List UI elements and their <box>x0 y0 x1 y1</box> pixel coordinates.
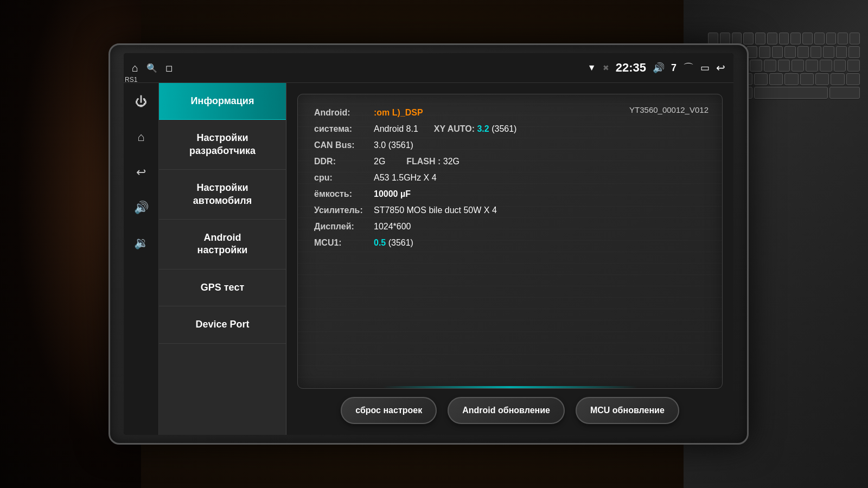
main-content: ⏻ ⌂ ↩ 🔊 🔉 Информация Настройкиразработчи… <box>124 83 733 435</box>
rs1-label: RS1 <box>125 76 137 84</box>
display-value: 1024*600 <box>374 222 411 232</box>
android-label: Android: <box>314 108 374 118</box>
ddr-row: DDR: 2G FLASH : 32G <box>314 157 706 166</box>
menu-panel: Информация Настройкиразработчика Настрой… <box>159 83 286 435</box>
tablet-screen: ⌂ 🔍 ◻ ▼ ✖ 22:35 🔊 7 ⌒ ▭ ↩ <box>124 53 733 435</box>
mcu1-value: 0.5 <box>374 238 386 248</box>
menu-item-car-settings[interactable]: Настройкиавтомобиля <box>159 170 286 220</box>
info-panel: YT3560_00012_V012 Android: :om L)_DSP си… <box>297 94 723 389</box>
display-label: Дисплей: <box>314 222 374 232</box>
canbus-value: 3.0 (3561) <box>374 140 413 150</box>
android-value: :om L)_DSP <box>374 108 423 118</box>
display-row: Дисплей: 1024*600 <box>314 222 706 232</box>
power-sidebar-icon[interactable]: ⏻ <box>130 91 152 113</box>
android-update-button[interactable]: Android обновление <box>448 397 565 424</box>
sidebar-icons: ⏻ ⌂ ↩ 🔊 🔉 <box>124 83 159 435</box>
home-sidebar-icon[interactable]: ⌂ <box>130 126 152 148</box>
scene: RS1 ⌂ 🔍 ◻ ▼ ✖ 22:35 🔊 7 ⌒ ▭ ↩ <box>0 0 868 488</box>
menu-item-info[interactable]: Информация <box>159 83 286 120</box>
wifi-icon: ▼ <box>588 63 596 73</box>
info-content: YT3560_00012_V012 Android: :om L)_DSP си… <box>286 83 733 435</box>
status-bar: ⌂ 🔍 ◻ ▼ ✖ 22:35 🔊 7 ⌒ ▭ ↩ <box>124 53 733 83</box>
cpu-row: cpu: A53 1.5GHz X 4 <box>314 173 706 183</box>
xy-auto-paren: (3561) <box>489 124 517 134</box>
sistema-value: Android 8.1 <box>374 124 418 134</box>
flash-label: FLASH : <box>401 157 441 166</box>
ddr-value: 2G <box>374 157 385 166</box>
sistema-row: система: Android 8.1 XY AUTO: 3.2 (3561) <box>314 124 706 134</box>
menu-item-android-settings[interactable]: Androidнастройки <box>159 220 286 269</box>
sistema-label: система: <box>314 124 374 134</box>
mcu1-paren: (3561) <box>386 238 413 248</box>
menu-item-dev-settings[interactable]: Настройкиразработчика <box>159 120 286 170</box>
volume-up-sidebar-icon[interactable]: 🔊 <box>130 197 152 219</box>
speaker-icon: 🔊 <box>653 62 665 74</box>
canbus-label: CAN Bus: <box>314 140 374 150</box>
search-status-icon[interactable]: 🔍 <box>146 63 157 73</box>
ddr-label: DDR: <box>314 157 374 166</box>
buttons-row: сброс настроек Android обновление MCU об… <box>297 397 723 424</box>
antenna-icon: ⌒ <box>683 61 694 75</box>
cpu-label: cpu: <box>314 173 374 183</box>
menu-item-gps-test[interactable]: GPS тест <box>159 269 286 306</box>
xy-auto-value: 3.2 <box>475 124 489 134</box>
status-left-icons: ⌂ 🔍 ◻ <box>132 62 173 74</box>
home-status-icon[interactable]: ⌂ <box>132 62 138 74</box>
emkost-label: ёмкость: <box>314 189 374 199</box>
back-sidebar-icon[interactable]: ↩ <box>130 162 152 183</box>
amplifier-label: Усилитель: <box>314 206 374 215</box>
square-status-icon[interactable]: ◻ <box>165 63 173 73</box>
back-status-icon[interactable]: ↩ <box>716 61 725 74</box>
emkost-value: 10000 µF <box>374 189 411 199</box>
mcu-update-button[interactable]: MCU обновление <box>576 397 679 424</box>
emkost-row: ёмкость: 10000 µF <box>314 189 706 199</box>
panel-glow <box>382 386 637 388</box>
flash-value: 32G <box>441 157 459 166</box>
mcu1-row: MCU1: 0.5 (3561) <box>314 238 706 248</box>
amplifier-row: Усилитель: ST7850 MOS bile duct 50W X 4 <box>314 206 706 215</box>
status-right-icons: ▼ ✖ 22:35 🔊 7 ⌒ ▭ ↩ <box>588 61 725 75</box>
cpu-value: A53 1.5GHz X 4 <box>374 173 437 183</box>
android-row: Android: :om L)_DSP <box>314 108 706 118</box>
volume-down-sidebar-icon[interactable]: 🔉 <box>130 232 152 254</box>
tablet-device: ⌂ 🔍 ◻ ▼ ✖ 22:35 🔊 7 ⌒ ▭ ↩ <box>108 43 749 445</box>
menu-item-device-port[interactable]: Device Port <box>159 306 286 343</box>
mcu1-label: MCU1: <box>314 238 374 248</box>
volume-number: 7 <box>671 62 676 74</box>
screen-icon: ▭ <box>700 62 710 74</box>
amplifier-value: ST7850 MOS bile duct 50W X 4 <box>374 206 497 215</box>
reset-button[interactable]: сброс настроек <box>341 397 437 424</box>
canbus-row: CAN Bus: 3.0 (3561) <box>314 140 706 150</box>
xy-auto-label: XY AUTO: <box>429 124 475 134</box>
status-time: 22:35 <box>616 61 646 75</box>
no-signal-icon: ✖ <box>603 63 609 72</box>
